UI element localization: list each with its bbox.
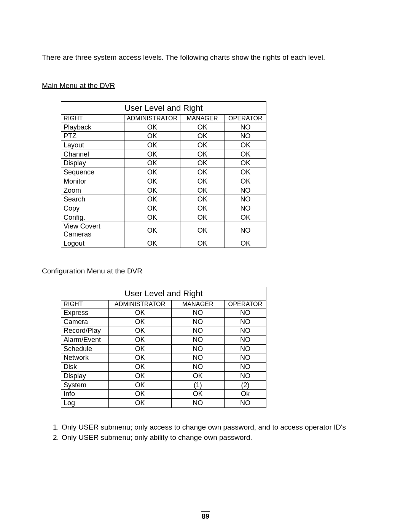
cell-operator: OK [225, 239, 266, 248]
cell-manager: NO [171, 317, 224, 326]
cell-right: Alarm/Event [61, 335, 109, 345]
cell-right: Express [61, 308, 109, 318]
cell-admin: OK [124, 213, 180, 222]
section-heading-2: Configuration Menu at the DVR [42, 267, 369, 275]
cell-operator: OK [225, 213, 266, 222]
cell-admin: OK [108, 308, 171, 318]
cell-manager: OK [180, 159, 225, 168]
cell-operator: NO [225, 186, 266, 195]
cell-operator: OK [225, 177, 266, 186]
table-header-row: RIGHT ADMINISTRATOR MANAGER OPERATOR [61, 300, 266, 308]
rights-table-main: User Level and Right RIGHT ADMINISTRATOR… [61, 101, 266, 248]
cell-operator: NO [225, 123, 266, 132]
table-row: DiskOKNONO [61, 363, 266, 372]
cell-operator: OK [225, 141, 266, 150]
col-admin: ADMINISTRATOR [124, 115, 180, 123]
cell-right: Schedule [61, 344, 109, 353]
cell-right: Channel [61, 150, 124, 159]
cell-operator: NO [225, 326, 266, 335]
cell-admin: OK [108, 371, 171, 380]
table-row: LogoutOKOKOK [61, 239, 266, 248]
cell-admin: OK [108, 353, 171, 363]
cell-right: Info [61, 390, 109, 399]
cell-operator: OK [225, 150, 266, 159]
cell-operator: (2) [225, 380, 266, 390]
cell-operator: OK [225, 168, 266, 177]
cell-admin: OK [124, 150, 180, 159]
table-row: DisplayOKOKNO [61, 371, 266, 380]
cell-manager: OK [180, 186, 225, 195]
table-row: DisplayOKOKOK [61, 159, 266, 168]
cell-manager: OK [180, 195, 225, 204]
cell-right: View Covert Cameras [61, 222, 124, 239]
intro-paragraph: There are three system access levels. Th… [42, 53, 369, 62]
section-heading-1: Main Menu at the DVR [42, 81, 369, 90]
cell-admin: OK [108, 335, 171, 345]
table-row: Alarm/EventOKNONO [61, 335, 266, 345]
cell-admin: OK [124, 159, 180, 168]
col-manager: MANAGER [171, 300, 224, 308]
cell-right: Camera [61, 317, 109, 326]
cell-admin: OK [124, 168, 180, 177]
col-admin: ADMINISTRATOR [108, 300, 171, 308]
table-title: User Level and Right [61, 102, 266, 115]
cell-operator: NO [225, 398, 266, 407]
cell-operator: NO [225, 222, 266, 239]
cell-admin: OK [124, 204, 180, 213]
table-row: PTZOKOKNO [61, 132, 266, 141]
table-row: SystemOK(1)(2) [61, 380, 266, 390]
table-row: SequenceOKOKOK [61, 168, 266, 177]
cell-right: Monitor [61, 177, 124, 186]
table-row: ScheduleOKNONO [61, 344, 266, 353]
cell-operator: NO [225, 317, 266, 326]
table-row: MonitorOKOKOK [61, 177, 266, 186]
cell-admin: OK [108, 398, 171, 407]
cell-admin: OK [108, 390, 171, 399]
cell-manager: (1) [171, 380, 224, 390]
col-right: RIGHT [61, 115, 124, 123]
cell-operator: NO [225, 371, 266, 380]
table-row: CopyOKOKNO [61, 204, 266, 213]
footnote-2: Only USER submenu; only ability to chang… [61, 433, 369, 442]
table-header-row: RIGHT ADMINISTRATOR MANAGER OPERATOR [61, 115, 266, 123]
footnotes: Only USER submenu; only access to change… [42, 423, 369, 442]
cell-manager: OK [171, 371, 224, 380]
col-manager: MANAGER [180, 115, 225, 123]
cell-operator: NO [225, 132, 266, 141]
cell-right: Copy [61, 204, 124, 213]
cell-operator: NO [225, 353, 266, 363]
cell-right: Sequence [61, 168, 124, 177]
cell-manager: OK [180, 204, 225, 213]
table-row: Config.OKOKOK [61, 213, 266, 222]
cell-manager: OK [180, 132, 225, 141]
table-title-row: User Level and Right [61, 102, 266, 115]
table-row: LogOKNONO [61, 398, 266, 407]
table-row: View Covert CamerasOKOKNO [61, 222, 266, 239]
cell-right: Network [61, 353, 109, 363]
cell-operator: OK [225, 159, 266, 168]
cell-manager: OK [180, 213, 225, 222]
document-page: There are three system access levels. Th… [0, 0, 411, 532]
cell-manager: NO [171, 335, 224, 345]
cell-manager: OK [180, 141, 225, 150]
table-title: User Level and Right [61, 287, 266, 300]
cell-admin: OK [108, 363, 171, 372]
cell-manager: OK [180, 239, 225, 248]
col-operator: OPERATOR [225, 300, 266, 308]
cell-admin: OK [108, 326, 171, 335]
col-right: RIGHT [61, 300, 109, 308]
cell-admin: OK [124, 222, 180, 239]
cell-admin: OK [124, 141, 180, 150]
cell-admin: OK [108, 317, 171, 326]
cell-admin: OK [124, 177, 180, 186]
cell-admin: OK [124, 195, 180, 204]
table-row: PlaybackOKOKNO [61, 123, 266, 132]
table-row: ChannelOKOKOK [61, 150, 266, 159]
cell-manager: OK [180, 150, 225, 159]
table-row: InfoOKOKOk [61, 390, 266, 399]
cell-operator: NO [225, 335, 266, 345]
page-number: 89 [0, 511, 411, 521]
table-row: LayoutOKOKOK [61, 141, 266, 150]
table-row: SearchOKOKNO [61, 195, 266, 204]
cell-manager: OK [180, 177, 225, 186]
